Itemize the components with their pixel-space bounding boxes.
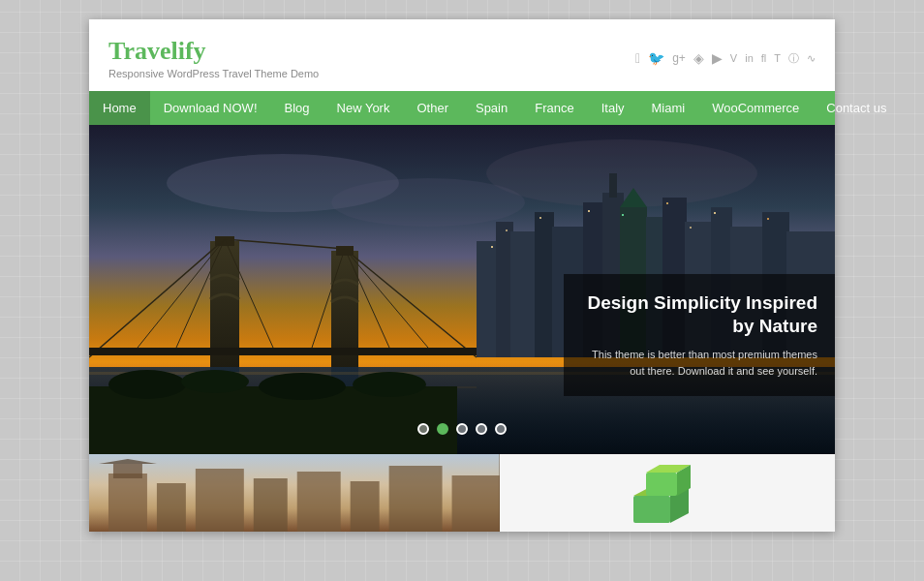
svg-rect-50 bbox=[714, 212, 716, 214]
nav-item-blog[interactable]: Blog bbox=[271, 91, 323, 125]
nav-item-miami[interactable]: Miami bbox=[638, 91, 699, 125]
svg-rect-49 bbox=[690, 227, 692, 229]
pinterest-icon[interactable]: ◈ bbox=[693, 50, 704, 66]
nav-bar: Home Download NOW! Blog New York Other S… bbox=[89, 91, 835, 125]
svg-rect-56 bbox=[157, 483, 186, 532]
svg-rect-44 bbox=[506, 229, 508, 231]
slider-dot-1[interactable] bbox=[417, 423, 429, 435]
nav-item-download[interactable]: Download NOW! bbox=[150, 91, 271, 125]
slider-dot-5[interactable] bbox=[495, 423, 507, 435]
vimeo-icon[interactable]: V bbox=[730, 52, 737, 64]
nav-item-spain[interactable]: Spain bbox=[462, 91, 521, 125]
svg-rect-60 bbox=[351, 481, 380, 532]
tumblr-icon[interactable]: T bbox=[774, 52, 781, 64]
slider-dot-4[interactable] bbox=[476, 423, 487, 435]
svg-point-41 bbox=[259, 373, 346, 400]
svg-point-40 bbox=[181, 370, 249, 393]
googleplus-icon[interactable]: g+ bbox=[672, 51, 686, 65]
nav-item-newyork[interactable]: New York bbox=[323, 91, 404, 125]
svg-rect-66 bbox=[646, 473, 677, 496]
svg-rect-11 bbox=[609, 173, 617, 198]
site-tagline: Responsive WordPress Travel Theme Demo bbox=[108, 68, 319, 79]
linkedin-icon[interactable]: in bbox=[745, 52, 754, 64]
social-icons-container:  🐦 g+ ◈ ▶ V in fl T ⓘ ∿ bbox=[635, 50, 816, 66]
rss-icon[interactable]: ∿ bbox=[807, 52, 816, 65]
svg-point-39 bbox=[108, 370, 186, 399]
bottom-city-image bbox=[89, 454, 500, 532]
svg-rect-59 bbox=[297, 472, 341, 532]
facebook-icon[interactable]:  bbox=[635, 50, 640, 66]
nav-item-home[interactable]: Home bbox=[89, 91, 150, 125]
svg-rect-46 bbox=[588, 210, 590, 212]
svg-rect-43 bbox=[491, 246, 493, 248]
nav-item-woocommerce[interactable]: WooCommerce bbox=[698, 91, 813, 125]
nav-item-contact[interactable]: Contact us bbox=[813, 91, 900, 125]
flickr-icon[interactable]: fl bbox=[761, 52, 767, 64]
slider-dot-3[interactable] bbox=[456, 423, 468, 435]
slider-dots bbox=[417, 423, 507, 435]
page-wrapper: Travelify Responsive WordPress Travel Th… bbox=[89, 19, 835, 532]
instagram-icon[interactable]: ⓘ bbox=[788, 51, 799, 66]
svg-rect-51 bbox=[767, 218, 769, 220]
svg-rect-57 bbox=[196, 469, 244, 532]
svg-rect-54 bbox=[113, 464, 142, 478]
box-3d-icon bbox=[629, 459, 706, 527]
hero-slider: Design Simplicity Inspired by Nature Thi… bbox=[89, 125, 835, 454]
caption-title: Design Simplicity Inspired by Nature bbox=[581, 291, 817, 339]
twitter-icon[interactable]: 🐦 bbox=[648, 50, 664, 66]
svg-rect-53 bbox=[108, 474, 147, 532]
svg-rect-23 bbox=[331, 251, 358, 386]
nav-item-italy[interactable]: Italy bbox=[588, 91, 638, 125]
svg-rect-62 bbox=[452, 475, 500, 532]
svg-rect-63 bbox=[633, 496, 670, 523]
svg-rect-28 bbox=[89, 348, 477, 355]
bottom-section bbox=[89, 454, 835, 532]
svg-rect-45 bbox=[539, 217, 541, 219]
svg-rect-58 bbox=[254, 478, 288, 532]
youtube-icon[interactable]: ▶ bbox=[712, 50, 723, 66]
caption-text: This theme is better than most premium t… bbox=[581, 347, 817, 379]
svg-rect-48 bbox=[666, 202, 668, 204]
svg-point-42 bbox=[353, 372, 426, 397]
nav-item-other[interactable]: Other bbox=[403, 91, 462, 125]
svg-rect-7 bbox=[535, 212, 554, 357]
nav-item-france[interactable]: France bbox=[521, 91, 587, 125]
header: Travelify Responsive WordPress Travel Th… bbox=[89, 19, 835, 91]
svg-rect-47 bbox=[622, 214, 624, 216]
slider-dot-2[interactable] bbox=[437, 423, 448, 435]
slider-caption: Design Simplicity Inspired by Nature Thi… bbox=[564, 274, 835, 396]
bottom-icon-area bbox=[500, 454, 836, 532]
site-title: Travelify bbox=[108, 37, 319, 66]
brand: Travelify Responsive WordPress Travel Th… bbox=[108, 37, 319, 79]
svg-rect-61 bbox=[389, 466, 443, 532]
